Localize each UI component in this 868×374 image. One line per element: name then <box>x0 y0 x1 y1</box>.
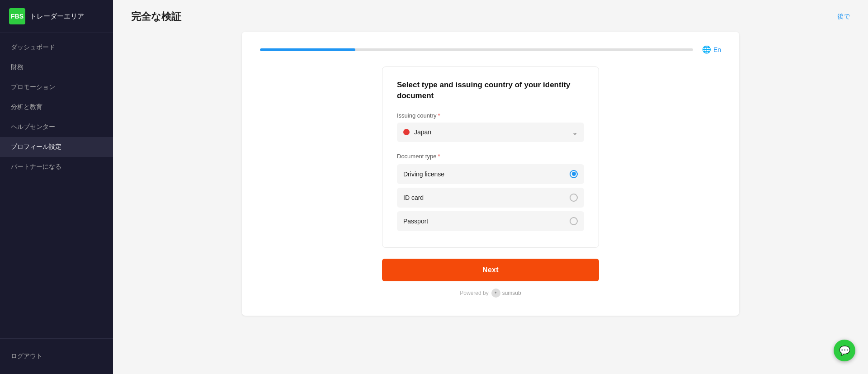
country-left: Japan <box>403 128 431 136</box>
fbs-logo: FBS <box>9 8 25 24</box>
japan-flag <box>403 129 410 135</box>
chat-icon: 💬 <box>839 345 850 356</box>
sidebar-item-partner[interactable]: パートナーになる <box>0 157 113 177</box>
main-content: 完全な検証 後で 🌐 En Select type and issuing co… <box>113 0 868 374</box>
radio-label-id-card: ID card <box>403 194 424 201</box>
doc-type-label: Document type * <box>397 153 584 160</box>
sidebar-nav: ダッシュボード財務プロモーション分析と教育ヘルプセンタープロフィール設定パートナ… <box>0 33 113 338</box>
doc-options-list: Driving licenseID cardPassport <box>397 164 584 231</box>
radio-circle-driving-license <box>570 170 578 178</box>
progress-bar-fill <box>260 48 355 51</box>
lang-selector[interactable]: 🌐 En <box>702 45 721 54</box>
later-link[interactable]: 後で <box>837 13 850 21</box>
progress-bar-container <box>260 48 693 51</box>
sidebar-item-logout[interactable]: ログアウト <box>11 348 102 365</box>
verification-card: 🌐 En Select type and issuing country of … <box>242 32 739 316</box>
sidebar-item-promotion[interactable]: プロモーション <box>0 77 113 97</box>
brand-name: トレーダーエリア <box>30 12 84 21</box>
sumsub-label: sumsub <box>502 290 521 296</box>
sidebar-item-profile[interactable]: プロフィール設定 <box>0 137 113 157</box>
radio-option-passport[interactable]: Passport <box>397 211 584 231</box>
sidebar-item-analytics[interactable]: 分析と教育 <box>0 97 113 117</box>
radio-circle-passport <box>570 217 578 225</box>
globe-icon: 🌐 <box>702 45 711 54</box>
progress-row: 🌐 En <box>260 45 721 54</box>
sidebar-logo: FBS トレーダーエリア <box>0 0 113 33</box>
chat-button[interactable]: 💬 <box>834 340 855 361</box>
card-container: 🌐 En Select type and issuing country of … <box>113 32 868 334</box>
sidebar-bottom: ログアウト <box>0 338 113 374</box>
sidebar-item-dashboard[interactable]: ダッシュボード <box>0 38 113 57</box>
radio-label-passport: Passport <box>403 218 428 225</box>
country-select[interactable]: Japan ⌄ <box>397 123 584 142</box>
form-card: Select type and issuing country of your … <box>382 66 599 248</box>
lang-label: En <box>713 46 721 53</box>
powered-by-label: Powered by <box>460 290 488 296</box>
next-button[interactable]: Next <box>382 259 599 281</box>
radio-option-id-card[interactable]: ID card <box>397 188 584 208</box>
sumsub-icon: ✦ <box>491 289 500 298</box>
sidebar: FBS トレーダーエリア ダッシュボード財務プロモーション分析と教育ヘルプセンタ… <box>0 0 113 374</box>
issuing-country-label: Issuing country * <box>397 112 584 119</box>
required-star-doc: * <box>438 153 440 160</box>
form-title: Select type and issuing country of your … <box>397 80 584 101</box>
sidebar-item-finance[interactable]: 財務 <box>0 57 113 77</box>
radio-option-driving-license[interactable]: Driving license <box>397 164 584 184</box>
sidebar-item-help[interactable]: ヘルプセンター <box>0 117 113 137</box>
required-star: * <box>438 112 440 119</box>
selected-country: Japan <box>414 128 431 136</box>
page-title: 完全な検証 <box>131 10 181 24</box>
radio-label-driving-license: Driving license <box>403 170 444 178</box>
sumsub-logo: ✦ sumsub <box>491 289 521 298</box>
chevron-down-icon: ⌄ <box>572 128 578 137</box>
radio-circle-id-card <box>570 194 578 202</box>
main-header: 完全な検証 後で <box>113 0 868 32</box>
powered-by: Powered by ✦ sumsub <box>260 289 721 298</box>
next-btn-wrapper: Next <box>382 259 599 281</box>
